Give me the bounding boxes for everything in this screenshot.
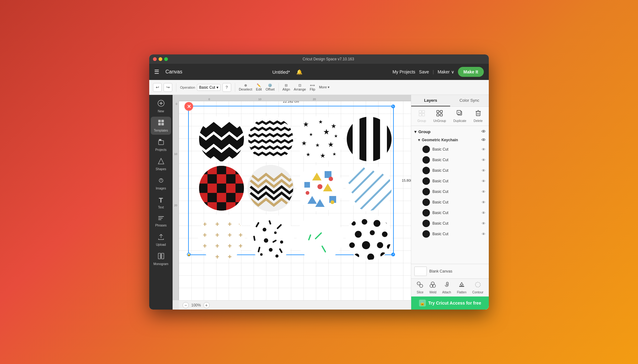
edit-button[interactable]: ✏️ Edit	[256, 83, 262, 91]
layer-item[interactable]: Basic Cut 👁	[411, 218, 489, 229]
group-row[interactable]: ▾ Group 👁	[411, 127, 489, 136]
handle-top-right[interactable]: ↻	[391, 105, 395, 108]
svg-text:+: +	[203, 220, 207, 228]
flip-button[interactable]: ⟺ Flip	[310, 83, 315, 91]
templates-icon	[158, 119, 164, 128]
subgroup-eye-icon[interactable]: 👁	[481, 138, 486, 142]
sidebar-item-phrases[interactable]: Phrases	[151, 213, 171, 230]
sidebar-item-upload[interactable]: Upload	[151, 231, 171, 249]
save-button[interactable]: Save	[419, 69, 429, 74]
group-eye-icon[interactable]: 👁	[481, 129, 486, 134]
align-button[interactable]: ⊟ Align	[283, 83, 290, 91]
offset-button[interactable]: ⚙️ Offset	[265, 83, 274, 91]
design-circle-2	[247, 116, 294, 162]
ungroup-button[interactable]: UnGroup	[433, 110, 446, 123]
design-circle-12	[346, 214, 393, 261]
main-content: New Templates	[149, 95, 489, 310]
svg-text:★: ★	[309, 132, 313, 137]
tab-layers[interactable]: Layers	[411, 95, 450, 106]
arrange-button[interactable]: ⊡ Arrange	[294, 83, 306, 91]
sidebar-item-shapes[interactable]: Shapes	[151, 155, 171, 173]
layer-item[interactable]: Basic Cut 👁	[411, 229, 489, 239]
svg-text:★: ★	[315, 142, 320, 148]
cta-banner[interactable]: 🔒 Try Cricut Access for free	[411, 296, 489, 310]
project-title[interactable]: Untitled*	[272, 69, 290, 75]
svg-point-159	[420, 284, 423, 287]
svg-rect-48	[207, 174, 217, 184]
sidebar-item-text[interactable]: T Text	[151, 194, 171, 212]
close-selection-button[interactable]: ✕	[184, 102, 193, 111]
sidebar-item-images[interactable]: Images	[151, 175, 171, 193]
tab-color-sync[interactable]: Color Sync	[450, 95, 489, 106]
minimize-button[interactable]	[159, 57, 162, 61]
svg-text:★: ★	[332, 152, 336, 156]
slice-icon	[417, 281, 423, 290]
layer-item[interactable]: Basic Cut 👁	[411, 144, 489, 155]
svg-text:+: +	[215, 253, 219, 261]
zoom-in-button[interactable]: +	[203, 302, 210, 308]
sidebar-item-new[interactable]: New	[151, 97, 171, 115]
make-it-button[interactable]: Make It	[458, 67, 484, 77]
menu-icon[interactable]: ☰	[154, 68, 159, 75]
blank-canvas-label: Blank Canvas	[429, 269, 452, 273]
design-grid: ★ ★ ★ ★ ★ ★ ★ ★ ★ ★	[198, 116, 393, 261]
divider: |	[433, 69, 434, 74]
layer-eye-icon[interactable]: 👁	[482, 147, 486, 152]
svg-point-128	[370, 230, 375, 235]
layer-eye-icon[interactable]: 👁	[482, 221, 486, 226]
svg-text:★: ★	[318, 119, 323, 124]
contour-button[interactable]: Contour	[472, 281, 483, 294]
layer-item[interactable]: Basic Cut 👁	[411, 165, 489, 176]
layer-eye-icon[interactable]: 👁	[482, 168, 486, 173]
zoom-out-button[interactable]: −	[183, 302, 189, 308]
svg-point-165	[475, 282, 480, 287]
duplicate-button[interactable]: Duplicate	[453, 110, 466, 123]
undo-redo-group: ↩ ↪	[153, 83, 172, 92]
sidebar-item-monogram[interactable]: Monogram	[151, 250, 171, 268]
flatten-button[interactable]: Flatten	[457, 281, 467, 294]
close-button[interactable]	[153, 57, 157, 61]
layer-item[interactable]: Basic Cut 👁	[411, 197, 489, 208]
group-button[interactable]: Group	[417, 110, 426, 123]
layer-eye-icon[interactable]: 👁	[482, 158, 486, 162]
design-circle-11	[297, 214, 343, 261]
redo-button[interactable]: ↪	[164, 83, 172, 92]
deselect-button[interactable]: ⊕ Deselect	[239, 83, 252, 91]
layer-item[interactable]: Basic Cut 👁	[411, 208, 489, 218]
layer-eye-icon[interactable]: 👁	[482, 189, 486, 194]
svg-point-69	[306, 191, 309, 195]
canvas-area[interactable]: 0 10 20 0 10 20 22.162 cm 15.808 c ✕ ↻	[173, 95, 411, 310]
layer-eye-icon[interactable]: 👁	[482, 179, 486, 184]
layer-item[interactable]: Basic Cut 👁	[411, 186, 489, 197]
maximize-button[interactable]	[164, 57, 168, 61]
slice-button[interactable]: Slice	[417, 281, 423, 294]
layer-item[interactable]: Basic Cut 👁	[411, 155, 489, 165]
subgroup-row[interactable]: ▾ Geometric Keychain 👁	[411, 136, 489, 144]
svg-point-68	[317, 184, 322, 189]
delete-button[interactable]: Delete	[474, 110, 483, 123]
attach-button[interactable]: Attach	[442, 281, 451, 294]
operation-help-button[interactable]: ?	[222, 83, 231, 92]
operation-select[interactable]: Basic Cut ▾	[197, 84, 220, 91]
selection-box[interactable]: 22.162 cm 15.808 c ✕ ↻ 🔒 ↗	[188, 106, 394, 255]
svg-text:+: +	[215, 242, 219, 250]
layer-eye-icon[interactable]: 👁	[482, 200, 486, 205]
bell-icon[interactable]: 🔔	[296, 69, 302, 75]
svg-rect-12	[158, 216, 164, 217]
my-projects-button[interactable]: My Projects	[393, 69, 415, 74]
sidebar-item-templates[interactable]: Templates	[151, 117, 171, 135]
undo-button[interactable]: ↩	[153, 83, 162, 92]
weld-button[interactable]: Weld	[429, 281, 436, 294]
svg-text:+: +	[228, 231, 232, 239]
svg-text:★: ★	[331, 123, 336, 129]
more-button[interactable]: More ▾	[319, 85, 330, 89]
panel-toolbar: Group	[411, 107, 489, 126]
layer-eye-icon[interactable]: 👁	[482, 211, 486, 215]
handle-bottom-left[interactable]: 🔒	[187, 253, 191, 256]
svg-point-129	[382, 231, 388, 237]
layer-eye-icon[interactable]: 👁	[482, 232, 486, 236]
sidebar-item-projects[interactable]: Projects	[151, 136, 171, 154]
svg-point-136	[380, 252, 386, 258]
layer-item[interactable]: Basic Cut 👁	[411, 176, 489, 186]
maker-button[interactable]: Maker ∨	[438, 69, 454, 74]
